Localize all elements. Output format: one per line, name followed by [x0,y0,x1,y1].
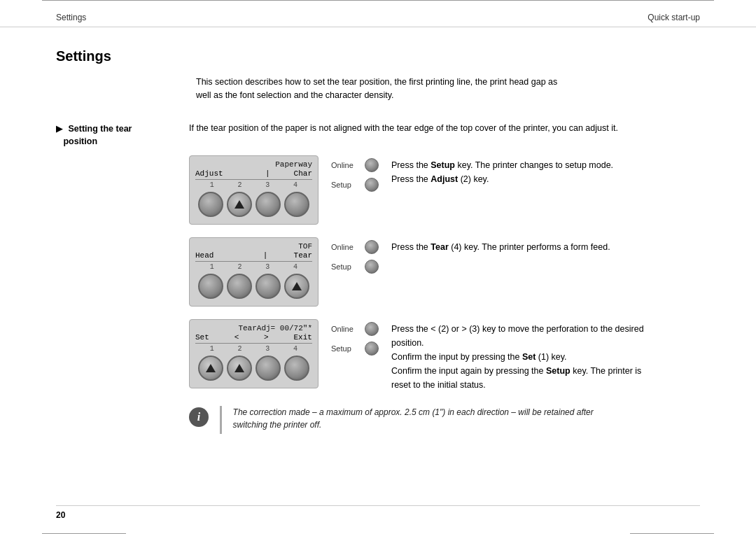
online-btn-row-3: Online [331,322,379,336]
setup-btn-row-1: Setup [331,178,379,192]
page-title: Settings [56,48,700,64]
panel3-separator [195,343,312,344]
info-icon: i [189,407,209,427]
panel-btn-1-3 [255,192,281,217]
panel1-separator [195,179,312,180]
online-circle-2 [365,240,379,254]
panel-btn-3-1 [198,356,223,381]
panel-btn-3-4 [284,356,309,381]
section-title-line2: position [56,136,97,146]
page-footer: 20 [56,505,700,520]
panel1-key2: Adjust [430,174,458,184]
panel-btn-2-3 [255,274,281,299]
panel-btn-1-1 [198,192,223,217]
setup-circle-1 [365,178,379,192]
section-arrow: ▶ [56,123,63,134]
online-btn-row-2: Online [331,240,379,254]
panel-row-1: Paperway Adjust | Char 1 2 3 4 [189,155,700,225]
panel2-separator [195,261,312,262]
online-label-3: Online [331,325,360,333]
online-circle-1 [365,158,379,172]
panel1-desc: Press the Setup key. The printer changes… [391,155,613,186]
online-circle-3 [365,322,379,336]
panel3-numbers: 1 2 3 4 [195,345,312,353]
online-label-2: Online [331,243,360,251]
panel1-numbers: 1 2 3 4 [195,181,312,189]
page-header: Settings Quick start-up [0,0,756,27]
setup-circle-2 [365,260,379,274]
panel3-header-top: TearAdj= 00/72"* [195,324,312,332]
intro-text: This section describes how to set the te… [196,76,574,102]
panels-area: Paperway Adjust | Char 1 2 3 4 [189,155,700,392]
setup-label-2: Setup [331,262,360,271]
panel1-buttons [195,192,312,217]
panel2-key1: Tear [430,242,448,252]
side-buttons-3: Online Setup [331,319,379,356]
panel2-header-top: TOF [195,242,312,251]
page-number: 20 [56,510,65,520]
panel-btn-1-4 [284,192,309,217]
top-decorative-line [42,0,714,1]
printer-panel-2: TOF Head | Tear 1 2 3 4 [189,237,318,307]
panel1-label-row: Adjust | Char [195,169,312,178]
section-description: If the tear position of the paper is not… [189,122,700,149]
panel-btn-2-2 [227,274,252,299]
setup-btn-row-3: Setup [331,342,379,356]
online-label-1: Online [331,161,360,169]
info-box: i The correction made – a maximum of app… [189,406,623,434]
panel3-key1: Set [522,352,536,362]
panel-btn-2-1 [198,274,223,299]
panel3-desc: Press the < (2) or > (3) key to move the… [391,319,657,392]
header-chapter-label: Quick start-up [648,13,700,22]
triangle-icon-3a [206,364,216,372]
panel3-label-row: Set < > Exit [195,333,312,342]
printer-panel-3: TearAdj= 00/72"* Set < > Exit 1 [189,319,318,388]
setup-circle-3 [365,342,379,356]
section-title-line1: Setting the tear [68,124,132,134]
panel3-key2: Setup [546,366,570,376]
triangle-icon [234,200,244,209]
panel2-numbers: 1 2 3 4 [195,263,312,271]
panel2-label-row: Head | Tear [195,251,312,260]
side-buttons-1: Online Setup [331,155,379,192]
info-vertical-line [220,406,222,434]
section-tear-position: ▶ Setting the tear position If the tear … [56,122,700,149]
info-text: The correction made – a maximum of appro… [233,406,623,431]
setup-label-3: Setup [331,344,360,353]
section-label: ▶ Setting the tear position [56,122,189,149]
side-buttons-2: Online Setup [331,237,379,274]
panel-btn-3-2 [227,356,252,381]
panel-btn-1-2 [227,192,252,217]
panel-row-2: TOF Head | Tear 1 2 3 4 [189,237,700,307]
main-content: Settings This section describes how to s… [0,27,756,462]
panel1-key1: Setup [430,160,455,170]
panel3-buttons [195,356,312,381]
header-section-label: Settings [56,13,86,22]
panel-btn-2-4 [284,274,309,299]
printer-panel-1: Paperway Adjust | Char 1 2 3 4 [189,155,318,225]
panel-row-3: TearAdj= 00/72"* Set < > Exit 1 [189,319,700,392]
online-btn-row-1: Online [331,158,379,172]
triangle-icon-2 [292,282,302,290]
page: Settings Quick start-up Settings This se… [0,0,756,534]
triangle-icon-3b [234,364,244,372]
setup-btn-row-2: Setup [331,260,379,274]
setup-label-1: Setup [331,181,360,189]
panel2-desc: Press the Tear (4) key. The printer perf… [391,237,610,254]
panel1-header-top: Paperway [195,160,312,169]
panel2-buttons [195,274,312,299]
panel-btn-3-3 [255,356,281,381]
